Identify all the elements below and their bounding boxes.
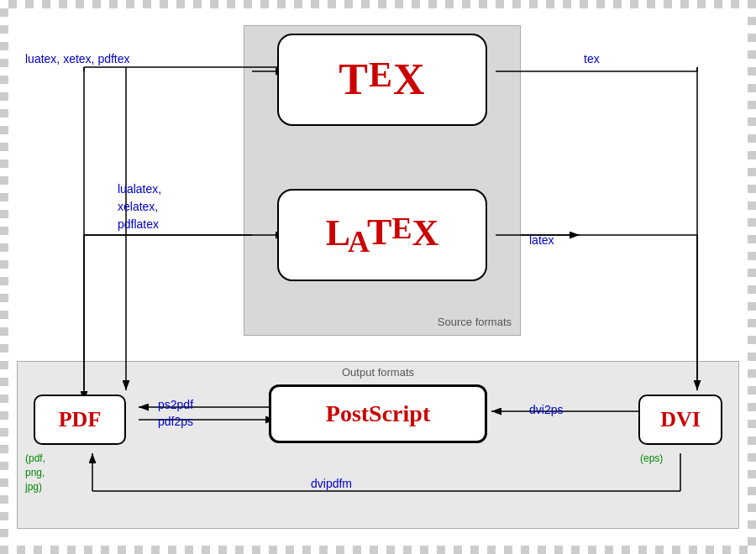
dvipdfm-label: dvipdfm [311,477,352,490]
dvi2ps-label: dvi2ps [529,403,563,416]
pdf2ps-label: pdf2ps [158,415,193,428]
tex-arrow-label: tex [584,52,600,65]
dvi-label: DVI [660,407,701,432]
pdf-formats-label: (pdf,png,jpg) [25,452,45,494]
tex-logo: TEX [339,55,425,104]
tex-format-box: TEX [277,34,487,126]
luatex-label: luatex, xetex, pdftex [25,52,130,65]
ps2pdf-label: ps2pdf [158,398,193,411]
output-formats-label: Output formats [342,366,414,379]
source-formats-label: Source formats [438,316,512,328]
latex-arrow-label: latex [529,233,554,247]
postscript-label: PostScript [326,400,430,427]
lualatex-label: lualatex,xelatex,pdflatex [118,180,161,233]
pdf-format-box: PDF [34,395,126,445]
dvi-format-box: DVI [638,395,722,445]
latex-format-box: LATEX [277,189,487,281]
pdf-label: PDF [59,407,102,432]
postscript-format-box: PostScript [269,384,487,443]
eps-label: (eps) [640,452,663,466]
main-content-area: Source formats Output formats TEX LATEX … [8,8,748,546]
latex-logo: LATEX [326,211,439,260]
